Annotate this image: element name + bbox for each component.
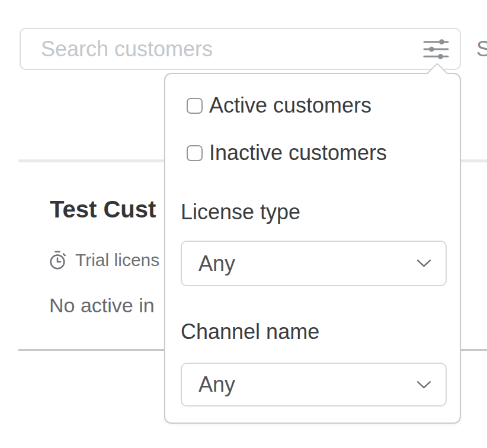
- license-type-label: License type: [181, 201, 300, 223]
- customer-status-text: No active in: [49, 294, 155, 317]
- search-bar: [20, 28, 461, 70]
- checkbox-row-inactive-customers[interactable]: Inactive customers: [187, 141, 387, 165]
- customer-name-heading: Test Cust: [50, 196, 156, 223]
- checkbox-row-active-customers[interactable]: Active customers: [187, 94, 371, 117]
- filter-popover: Active customers Inactive customers Lice…: [164, 73, 461, 424]
- active-customers-checkbox[interactable]: [187, 98, 203, 114]
- license-type-select[interactable]: Any: [181, 241, 447, 286]
- active-customers-label: Active customers: [209, 94, 371, 117]
- license-type-value: Any: [198, 251, 235, 276]
- channel-name-select[interactable]: Any: [181, 363, 447, 407]
- trial-license-label: Trial licens: [75, 250, 159, 270]
- sort-label-clipped[interactable]: S: [476, 37, 487, 62]
- sliders-icon: [422, 38, 450, 60]
- inactive-customers-label: Inactive customers: [209, 141, 387, 165]
- inactive-customers-checkbox[interactable]: [187, 145, 203, 161]
- channel-name-label: Channel name: [181, 321, 319, 343]
- customers-page: Test Cust Trial licens No active in: [0, 0, 487, 448]
- channel-name-value: Any: [198, 372, 235, 397]
- stopwatch-icon: [47, 250, 68, 270]
- trial-license-badge: Trial licens: [47, 250, 159, 270]
- chevron-down-icon: [416, 259, 431, 268]
- filter-button[interactable]: [422, 35, 450, 63]
- chevron-down-icon: [416, 380, 431, 389]
- search-input[interactable]: [21, 29, 422, 69]
